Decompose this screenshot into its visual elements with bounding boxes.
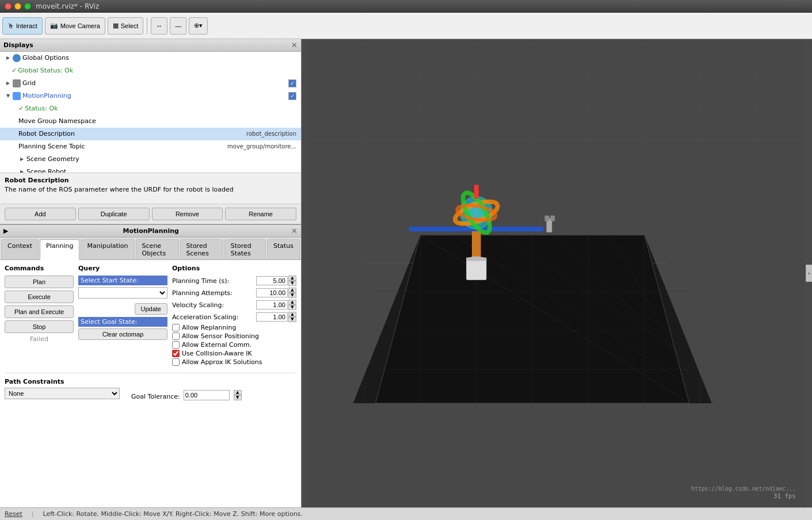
goal-tolerance-spinner[interactable]: ▲ ▼ <box>234 390 242 400</box>
planning-time-input[interactable] <box>256 276 288 285</box>
plan-button[interactable]: Plan <box>5 276 74 288</box>
velocity-scaling-up[interactable]: ▲ <box>288 300 296 305</box>
minimize-button[interactable] <box>14 3 21 10</box>
description-text: The name of the ROS parameter where the … <box>5 186 296 193</box>
svg-rect-41 <box>550 216 555 221</box>
allow-external-comm-label: Allow External Comm. <box>182 341 251 349</box>
rename-button[interactable]: Rename <box>225 208 296 220</box>
planning-time-down[interactable]: ▼ <box>288 281 296 286</box>
select-start-header: Select Start State: <box>78 276 167 285</box>
global-options-arrow: ▶ <box>5 55 12 62</box>
update-button[interactable]: Update <box>135 303 167 315</box>
acceleration-scaling-down[interactable]: ▼ <box>288 317 296 322</box>
motion-panel-header: ▶ MotionPlanning ✕ <box>0 225 301 238</box>
tree-item-move-group-ns[interactable]: Move Group Namespace <box>0 115 301 128</box>
planning-attempts-down[interactable]: ▼ <box>288 293 296 298</box>
tab-stored-states[interactable]: Stored States <box>224 239 266 259</box>
description-area: Robot Description The name of the ROS pa… <box>0 173 301 204</box>
tab-scene-objects[interactable]: Scene Objects <box>136 239 179 259</box>
grid-checkbox[interactable]: ✓ <box>287 78 296 89</box>
global-options-label: Global Options <box>22 53 69 63</box>
planning-scene-topic-label: Planning Scene Topic <box>18 142 85 152</box>
tree-item-scene-geometry[interactable]: ▶ Scene Geometry <box>0 153 301 166</box>
scene-geometry-label: Scene Geometry <box>26 154 79 165</box>
tree-item-planning-scene-topic[interactable]: Planning Scene Topic move_group/monitore… <box>0 140 301 153</box>
tree-item-robot-desc[interactable]: Robot Description robot_description <box>0 128 301 140</box>
goal-tolerance-container: Goal Tolerance: ▲ ▼ <box>131 378 242 402</box>
close-button[interactable] <box>5 3 12 10</box>
execute-button[interactable]: Execute <box>5 290 74 303</box>
clear-octomap-button[interactable]: Clear octomap <box>78 328 167 340</box>
tree-item-global-options[interactable]: ▶ Global Options <box>0 52 301 64</box>
tree-item-global-status[interactable]: ✓ Global Status: Ok <box>0 64 301 77</box>
use-collision-aware-ik-row: Use Collision-Aware IK <box>172 350 296 357</box>
maximize-button[interactable] <box>24 3 31 10</box>
tabs-bar: Context Planning Manipulation Scene Obje… <box>0 238 301 260</box>
toolbar-axis-btn[interactable]: — <box>170 17 186 35</box>
svg-rect-38 <box>474 185 479 198</box>
acceleration-scaling-up[interactable]: ▲ <box>288 312 296 317</box>
displays-close-button[interactable]: ✕ <box>291 41 298 49</box>
use-collision-aware-ik-label: Use Collision-Aware IK <box>182 350 252 357</box>
add-button[interactable]: Add <box>5 208 76 220</box>
tab-manipulation[interactable]: Manipulation <box>81 239 134 259</box>
toolbar: 🖱 Interact 📷 Move Camera ▦ Select ↔ — ⊕▾ <box>0 13 812 39</box>
stop-button[interactable]: Stop <box>5 320 74 333</box>
select-button[interactable]: ▦ Select <box>108 17 144 35</box>
displays-panel: Displays ✕ ▶ Global Options ✓ Global Sta… <box>0 39 301 225</box>
statusbar: Reset | Left-Click: Rotate. Middle-Click… <box>0 507 812 520</box>
move-camera-button[interactable]: 📷 Move Camera <box>45 17 105 35</box>
planning-attempts-spinner[interactable]: ▲ ▼ <box>288 288 296 298</box>
global-status-label: Global Status: Ok <box>18 66 73 76</box>
motion-planning-checkbox[interactable]: ✓ <box>287 91 296 101</box>
velocity-scaling-input[interactable] <box>256 300 288 309</box>
planning-attempts-row: Planning Attempts: ▲ ▼ <box>172 288 296 298</box>
select-icon: ▦ <box>113 22 119 29</box>
planning-attempts-input[interactable] <box>256 288 288 297</box>
tab-planning[interactable]: Planning <box>40 239 79 260</box>
grid-check-icon: ✓ <box>288 79 296 87</box>
acceleration-scaling-spinner[interactable]: ▲ ▼ <box>288 312 296 322</box>
remove-button[interactable]: Remove <box>152 208 223 220</box>
duplicate-button[interactable]: Duplicate <box>78 208 150 220</box>
planning-attempts-up[interactable]: ▲ <box>288 288 296 293</box>
viewport[interactable]: 31 fps https://blog.csdn.net/ndjaec... › <box>302 39 812 507</box>
allow-approx-ik-checkbox[interactable] <box>172 358 180 366</box>
tab-stored-scenes[interactable]: Stored Scenes <box>180 239 223 259</box>
allow-replanning-checkbox[interactable] <box>172 324 180 331</box>
constraint-dropdown[interactable]: None <box>5 388 120 399</box>
goal-tolerance-down[interactable]: ▼ <box>234 395 242 400</box>
planning-time-up[interactable]: ▲ <box>288 276 296 281</box>
start-state-dropdown[interactable] <box>78 287 167 299</box>
allow-sensor-positioning-checkbox[interactable] <box>172 332 180 340</box>
toolbar-move-btn[interactable]: ↔ <box>151 17 167 35</box>
reset-button[interactable]: Reset <box>5 510 22 518</box>
tree-item-status-ok[interactable]: ✓ Status: Ok <box>0 102 301 115</box>
planning-time-spinner[interactable]: ▲ ▼ <box>288 276 296 286</box>
goal-tolerance-up[interactable]: ▲ <box>234 390 242 395</box>
allow-external-comm-checkbox[interactable] <box>172 341 180 349</box>
plan-execute-button[interactable]: Plan and Execute <box>5 305 74 318</box>
options-column: Options Planning Time (s): ▲ ▼ Planning … <box>172 265 296 367</box>
tree-item-scene-robot[interactable]: ▶ Scene Robot <box>0 166 301 173</box>
velocity-scaling-down[interactable]: ▼ <box>288 305 296 310</box>
use-collision-aware-ik-checkbox[interactable] <box>172 350 180 357</box>
status-separator: | <box>32 510 34 518</box>
grid-arrow: ▶ <box>5 80 12 87</box>
acceleration-scaling-input[interactable] <box>256 312 288 322</box>
tab-status[interactable]: Status <box>267 239 300 259</box>
tab-context[interactable]: Context <box>1 239 39 259</box>
velocity-scaling-spinner[interactable]: ▲ ▼ <box>288 300 296 310</box>
motion-panel-close[interactable]: ✕ <box>291 227 298 235</box>
panel-collapse-handle[interactable]: › <box>806 265 812 282</box>
tree-item-motion-planning[interactable]: ▼ MotionPlanning ✓ <box>0 90 301 102</box>
robot-desc-label: Robot Description <box>18 129 75 139</box>
tree-item-grid[interactable]: ▶ Grid ✓ <box>0 77 301 90</box>
left-panel: Displays ✕ ▶ Global Options ✓ Global Sta… <box>0 39 302 507</box>
planning-columns: Commands Plan Execute Plan and Execute S… <box>5 265 296 367</box>
window-controls[interactable] <box>5 3 31 10</box>
toolbar-extra-btn[interactable]: ⊕▾ <box>189 17 208 35</box>
motion-planning-check-icon: ✓ <box>288 92 296 100</box>
goal-tolerance-input[interactable] <box>184 390 230 400</box>
interact-button[interactable]: 🖱 Interact <box>2 17 43 35</box>
